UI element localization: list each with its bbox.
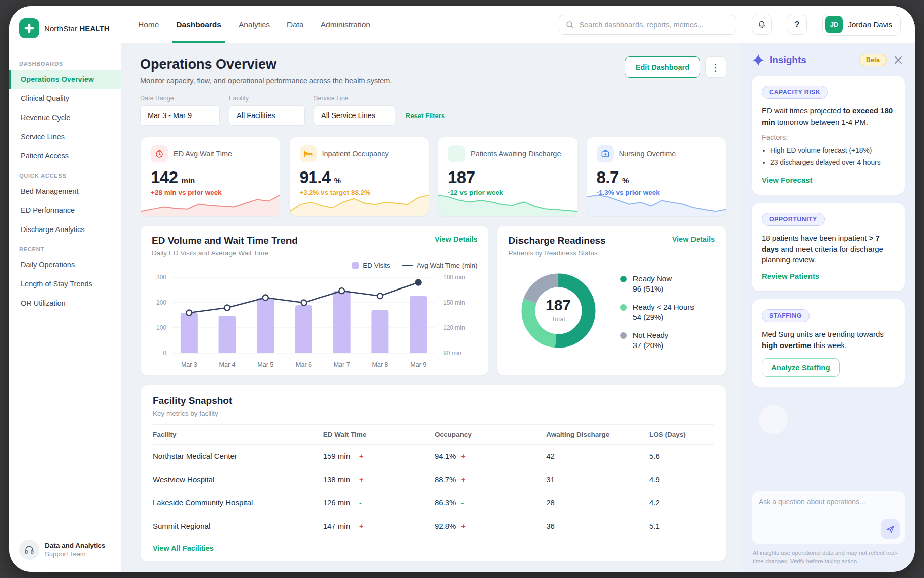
col-ed-wait-time: ED Wait Time	[323, 431, 435, 438]
send-button[interactable]	[881, 519, 900, 539]
kpi-label: ED Avg Wait Time	[174, 150, 232, 158]
ed-chart-title: ED Volume and Wait Time Trend	[152, 235, 298, 246]
user-menu[interactable]: JD Jordan Davis	[822, 14, 901, 36]
wait-time-legend-label: Avg Wait Time (min)	[417, 262, 478, 269]
brand-name-bold: HEALTH	[79, 24, 109, 33]
cell-facility: Westview Hospital	[153, 475, 323, 484]
nav-item-data[interactable]: Data	[286, 6, 305, 43]
more-options-button[interactable]: ⋮	[705, 56, 726, 78]
discharge-readiness-subtitle: Patients by Readiness Status	[508, 249, 605, 257]
sparkline-chart	[290, 191, 429, 216]
cell-awaiting: 36	[546, 522, 649, 530]
nav-item-dashboards[interactable]: Dashboards	[175, 6, 222, 43]
svg-text:300: 300	[156, 274, 166, 281]
nav-item-analytics[interactable]: Analytics	[238, 6, 271, 43]
close-icon[interactable]	[892, 53, 905, 67]
sidebar-item-discharge-analytics[interactable]: Discharge Analytics	[9, 220, 121, 239]
donut-legend: Ready Now96 (51%) Ready < 24 Hours54 (29…	[620, 274, 694, 350]
brand: NorthStar HEALTH	[9, 6, 121, 43]
kpi-card-ed-avg-wait-time: ED Avg Wait Time 142min +28 min vs prior…	[140, 137, 281, 216]
reset-filters-link[interactable]: Reset Filters	[406, 112, 445, 126]
kpi-row: ED Avg Wait Time 142min +28 min vs prior…	[140, 137, 726, 216]
sparkline-chart	[141, 191, 280, 216]
user-avatar: JD	[825, 16, 843, 33]
trend-indicator: +	[461, 452, 465, 460]
nav-item-home[interactable]: Home	[137, 6, 160, 43]
ed-visits-legend-label: ED Visits	[363, 262, 390, 269]
ed-chart-subtitle: Daily ED Visits and Average Wait Time	[152, 249, 298, 257]
sidebar-item-clinical-quality[interactable]: Clinical Quality	[9, 89, 121, 108]
search-input[interactable]	[579, 21, 730, 29]
sidebar-footer-support[interactable]: Data and Analytics Support Team	[9, 531, 121, 572]
table-row-summit[interactable]: Summit Regional 147 min+ 92.8%+ 36 5.1	[153, 514, 714, 537]
view-forecast-link[interactable]: View Forecast	[762, 176, 813, 184]
question-mark-icon: ?	[794, 20, 799, 30]
kpi-value: 8.7	[597, 168, 619, 187]
trend-indicator: +	[359, 522, 363, 530]
factor-item: High ED volume forecast (+18%)	[770, 145, 895, 157]
sidebar-nav: DASHBOARDS Operations Overview Clinical …	[9, 53, 121, 313]
cell-los: 5.1	[649, 522, 714, 530]
bed-icon	[300, 145, 317, 162]
help-button[interactable]: ?	[787, 15, 807, 35]
section-title-quick-access: QUICK ACCESS	[9, 165, 121, 182]
global-search[interactable]	[559, 15, 736, 35]
sidebar-item-bed-management[interactable]: Bed Management	[9, 182, 121, 201]
cell-occupancy: 92.8%	[435, 522, 456, 530]
analyze-staffing-button[interactable]: Analyze Staffing	[762, 358, 840, 377]
cell-occupancy: 88.7%	[435, 475, 456, 484]
svg-text:150 min: 150 min	[443, 299, 465, 306]
sidebar-item-daily-operations[interactable]: Daily Operations	[9, 255, 121, 274]
sidebar-item-or-utilization[interactable]: OR Utilization	[9, 294, 121, 313]
facility-snapshot-card: Facility Snapshot Key metrics by facilit…	[140, 385, 726, 562]
facility-snapshot-title: Facility Snapshot	[153, 395, 714, 407]
nav-item-administration[interactable]: Administration	[320, 6, 371, 43]
ready-24-dot	[620, 304, 627, 311]
kpi-card-nursing-overtime: Nursing Overtime 8.7% -1.3% vs prior wee…	[586, 137, 727, 216]
user-name: Jordan Davis	[848, 20, 892, 29]
date-range-select[interactable]: Mar 3 - Mar 9	[140, 105, 220, 126]
col-occupancy: Occupancy	[435, 431, 546, 438]
top-navigation-bar: Home Dashboards Analytics Data Administr…	[121, 6, 915, 43]
legend-label: Ready < 24 Hours	[632, 303, 694, 311]
cell-awaiting: 28	[546, 498, 649, 507]
insights-title: Insights	[770, 54, 806, 66]
cell-los: 4.9	[649, 475, 714, 484]
table-row-westview[interactable]: Westview Hospital 138 min+ 88.7%+ 31 4.9	[153, 468, 714, 491]
cell-facility: Northstar Medical Center	[153, 452, 323, 460]
svg-text:Total: Total	[552, 316, 565, 323]
kpi-card-inpatient-occupancy: Inpatient Occupancy 91.4% +3.2% vs targe…	[289, 137, 430, 216]
sidebar-item-revenue-cycle[interactable]: Revenue Cycle	[9, 108, 121, 127]
svg-text:100: 100	[156, 324, 166, 331]
brand-name: NorthStar HEALTH	[44, 24, 110, 33]
cell-occupancy: 94.1%	[435, 452, 456, 460]
ed-chart-view-details-link[interactable]: View Details	[435, 235, 477, 243]
insight-card-capacity-risk: CAPACITY RISK ED wait times projected to…	[752, 76, 905, 195]
sidebar-item-ed-performance[interactable]: ED Performance	[9, 201, 121, 220]
table-row-northstar[interactable]: Northstar Medical Center 159 min+ 94.1%+…	[153, 445, 714, 468]
sparkle-icon	[752, 53, 765, 67]
svg-text:Mar 8: Mar 8	[372, 361, 388, 368]
review-patients-link[interactable]: Review Patients	[762, 272, 819, 280]
service-line-select[interactable]: All Service Lines	[314, 105, 395, 126]
ask-question-box[interactable]	[752, 491, 905, 544]
ask-question-input[interactable]	[759, 498, 898, 527]
sidebar-item-service-lines[interactable]: Service Lines	[9, 127, 121, 146]
view-all-facilities-link[interactable]: View All Facilities	[153, 537, 714, 556]
facility-select[interactable]: All Facilities	[229, 105, 305, 126]
cell-awaiting: 31	[546, 475, 649, 484]
notifications-button[interactable]	[752, 15, 772, 35]
sidebar-item-operations-overview[interactable]: Operations Overview	[9, 70, 121, 89]
discharge-view-details-link[interactable]: View Details	[672, 235, 715, 243]
kpi-unit: min	[182, 176, 195, 185]
opportunity-text: 18 patients have been inpatient > 7 days…	[762, 233, 895, 265]
legend-not-ready: Not Ready37 (20%)	[620, 331, 694, 350]
table-row-lakeside[interactable]: Lakeside Community Hospital 126 min- 86.…	[153, 491, 714, 514]
sidebar-item-length-of-stay-trends[interactable]: Length of Stay Trends	[9, 274, 121, 294]
cell-los: 4.2	[649, 498, 714, 507]
trend-indicator: +	[461, 522, 465, 530]
cell-ed-wait: 147 min	[323, 522, 350, 530]
edit-dashboard-button[interactable]: Edit Dashboard	[625, 56, 700, 78]
sidebar-item-patient-access[interactable]: Patient Access	[9, 146, 121, 165]
insight-card-staffing: STAFFING Med Surg units are trending tow…	[752, 299, 905, 387]
